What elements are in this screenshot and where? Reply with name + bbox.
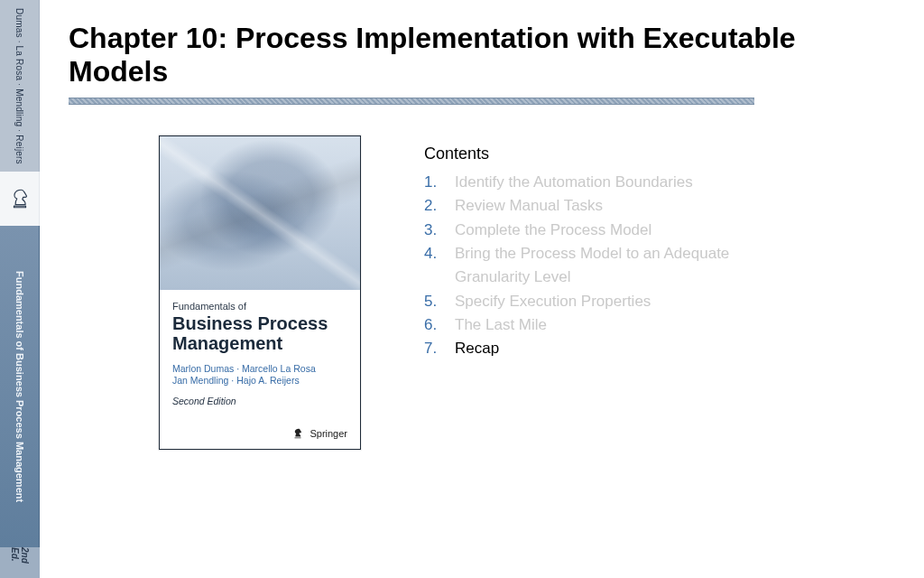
spine-title: Fundamentals of Business Process Managem… [0, 226, 40, 547]
body: Fundamentals of Business Process Managem… [69, 135, 888, 560]
contents-item-label: Bring the Process Model to an Adequate G… [455, 242, 807, 290]
contents-item: 5.Specify Execution Properties [424, 290, 888, 313]
contents-item-number: 7. [424, 337, 442, 360]
header: Chapter 10: Process Implementation with … [69, 22, 897, 105]
book-cover: Fundamentals of Business Process Managem… [159, 135, 361, 450]
contents-item-label: Complete the Process Model [455, 219, 651, 242]
contents-item-label: Recap [455, 337, 499, 360]
book-spine: Dumas · La Rosa · Mendling · Reijers Fun… [0, 0, 40, 578]
spine-logo [0, 172, 40, 226]
contents-item: 7.Recap [424, 337, 888, 360]
slide: Dumas · La Rosa · Mendling · Reijers Fun… [0, 0, 924, 578]
springer-logo-icon [291, 427, 304, 440]
cover-authors-line2: Jan Mendling · Hajo A. Reijers [172, 375, 300, 386]
contents-item-label: Review Manual Tasks [455, 194, 603, 218]
cover-authors-line1: Marlon Dumas · Marcello La Rosa [172, 363, 316, 374]
cover-title: Business Process Management [172, 313, 347, 354]
contents-item: 6.The Last Mile [424, 313, 888, 337]
chess-knight-icon [8, 187, 32, 210]
book-cover-image [160, 136, 360, 290]
cover-edition: Second Edition [172, 396, 347, 406]
cover-publisher-label: Springer [310, 428, 347, 439]
contents-item: 3.Complete the Process Model [424, 219, 888, 242]
contents-item-number: 1. [424, 171, 442, 194]
title-divider [69, 98, 754, 105]
spine-edition: 2nd Ed. [0, 547, 40, 578]
contents-heading: Contents [424, 144, 888, 163]
book-cover-body: Fundamentals of Business Process Managem… [160, 290, 360, 449]
contents: Contents 1.Identify the Automation Bound… [424, 135, 888, 560]
contents-item-number: 3. [424, 219, 442, 242]
contents-item: 1.Identify the Automation Boundaries [424, 171, 888, 194]
contents-item-label: The Last Mile [455, 313, 547, 337]
contents-item-number: 5. [424, 290, 442, 313]
cover-kicker: Fundamentals of [172, 301, 347, 312]
page-title: Chapter 10: Process Implementation with … [69, 22, 897, 89]
contents-item: 2.Review Manual Tasks [424, 194, 888, 218]
cover-publisher: Springer [291, 427, 347, 440]
contents-list: 1.Identify the Automation Boundaries2.Re… [424, 171, 888, 361]
contents-item-label: Identify the Automation Boundaries [455, 171, 693, 194]
contents-item: 4.Bring the Process Model to an Adequate… [424, 242, 888, 290]
spine-authors: Dumas · La Rosa · Mendling · Reijers [0, 0, 40, 172]
contents-item-label: Specify Execution Properties [455, 290, 651, 313]
contents-item-number: 4. [424, 242, 442, 290]
book-cover-wrap: Fundamentals of Business Process Managem… [159, 135, 361, 560]
contents-item-number: 2. [424, 194, 442, 218]
contents-item-number: 6. [424, 313, 442, 337]
cover-authors: Marlon Dumas · Marcello La Rosa Jan Mend… [172, 363, 347, 387]
